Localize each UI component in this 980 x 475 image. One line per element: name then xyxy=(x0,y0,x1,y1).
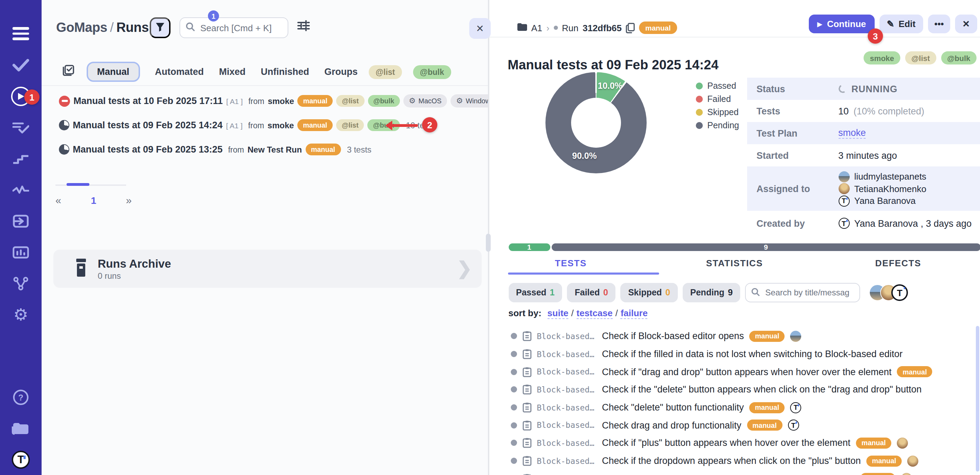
detail-row-assigned: Assigned to liudmylastepanets TetianaKho… xyxy=(747,166,980,211)
assignee[interactable]: liudmylastepanets xyxy=(838,171,926,183)
legend-dot xyxy=(695,108,702,115)
test-row[interactable]: Block-based… Check if the "delete" butto… xyxy=(489,381,977,398)
run-detail-tabs: TESTS STATISTICS DEFECTS xyxy=(489,258,980,268)
assignee-avatar-stack[interactable]: T xyxy=(869,284,908,301)
close-run-button[interactable]: ✕ xyxy=(955,14,977,33)
vertical-scrollbar[interactable] xyxy=(975,326,979,472)
clipboard-icon xyxy=(522,438,531,448)
panel-resize-handle[interactable] xyxy=(486,234,491,252)
filter-pending-button[interactable]: Pending9 xyxy=(682,283,741,302)
sort-by-testcase[interactable]: testcase xyxy=(577,308,612,319)
legend-dot xyxy=(695,96,702,102)
filter-passed-button[interactable]: Passed1 xyxy=(508,283,562,302)
bulk-badge: @bulk xyxy=(368,95,400,107)
annotation-badge-3: 3 xyxy=(868,29,883,44)
tab-tests[interactable]: TESTS xyxy=(489,258,652,268)
tab-mixed[interactable]: Mixed xyxy=(219,67,246,77)
legend-skipped[interactable]: Skipped xyxy=(695,105,739,119)
manual-badge: manual xyxy=(298,95,333,107)
gear-icon: ⚙ xyxy=(409,96,416,105)
sidebar-item-traceability[interactable] xyxy=(0,268,41,299)
test-row[interactable]: Block-based… Check if the filled in data… xyxy=(489,345,977,363)
run-title: Manual tests at 09 Feb 2025 14:24 xyxy=(73,120,223,131)
run-detail-panel: A1 › Run 312dfb65 manual ▶Continue ✎Edit… xyxy=(489,0,980,475)
runs-header: GoMaps/Runs 1 xyxy=(41,0,488,56)
runs-archive-card[interactable]: Runs Archive 0 runs ❯ xyxy=(53,250,482,288)
assignee[interactable]: TYana Baranova xyxy=(838,195,926,207)
env-chip-windows: ⚙Windows xyxy=(450,94,488,107)
hamburger-menu-icon[interactable] xyxy=(13,18,29,49)
run-actions: ▶Continue ✎Edit ••• ✕ xyxy=(809,14,977,33)
legend-failed[interactable]: Failed xyxy=(695,92,739,105)
avatar xyxy=(791,331,802,342)
runs-search[interactable] xyxy=(180,18,288,38)
continue-button[interactable]: ▶Continue xyxy=(809,14,875,33)
test-row[interactable]: Block-based… Check "delete" button funct… xyxy=(489,399,977,416)
test-row[interactable]: Block-based… Check drag and drop functio… xyxy=(489,416,977,434)
copy-icon[interactable] xyxy=(626,22,635,33)
filter-button[interactable] xyxy=(150,18,170,38)
test-row[interactable]: Block-based… Check if "drag and drop" bu… xyxy=(489,363,977,381)
page-number[interactable]: 1 xyxy=(91,194,96,206)
test-row[interactable]: Block-based… Check if "plus" button appe… xyxy=(489,434,977,452)
run-breadcrumb: A1 › Run 312dfb65 manual xyxy=(517,21,677,34)
sort-by-failure[interactable]: failure xyxy=(620,308,648,319)
test-row[interactable]: Block-based… Check if the dropdown appea… xyxy=(489,470,977,475)
legend-pending[interactable]: Pending xyxy=(695,119,739,132)
assignee[interactable]: TetianaKhomenko xyxy=(838,183,926,195)
user-avatar[interactable]: T xyxy=(0,444,41,475)
tag-bulk[interactable]: @bulk xyxy=(941,51,977,64)
tab-defects[interactable]: DEFECTS xyxy=(816,258,980,268)
tag-chip-bulk[interactable]: @bulk xyxy=(413,65,451,79)
manual-badge: manual xyxy=(305,143,340,155)
project-name[interactable]: GoMaps xyxy=(56,20,107,35)
tab-automated[interactable]: Automated xyxy=(155,67,204,77)
tab-statistics[interactable]: STATISTICS xyxy=(652,258,816,268)
collapse-panel-button[interactable]: ✕ xyxy=(469,18,491,39)
tab-groups[interactable]: Groups xyxy=(325,67,358,77)
sidebar-item-settings[interactable]: ⚙ xyxy=(0,299,41,330)
pending-dot-icon xyxy=(511,440,517,446)
tag-list[interactable]: @list xyxy=(905,51,936,64)
tab-manual[interactable]: Manual xyxy=(87,62,140,82)
tag-smoke[interactable]: smoke xyxy=(864,51,900,64)
tests-search[interactable] xyxy=(745,283,860,302)
archive-title: Runs Archive xyxy=(98,257,171,270)
sidebar-item-activity[interactable] xyxy=(0,174,41,205)
tag-chip-list[interactable]: @list xyxy=(369,65,402,79)
next-page-button[interactable]: » xyxy=(126,194,132,206)
clipboard-icon xyxy=(522,456,531,466)
detail-row-status: Status RUNNING xyxy=(747,78,980,100)
sidebar-item-reports[interactable] xyxy=(0,236,41,268)
bulk-select-icon[interactable] xyxy=(62,64,74,79)
sidebar-item-help[interactable]: ? xyxy=(0,381,41,413)
run-from-label: from xyxy=(248,97,264,105)
test-row[interactable]: Block-based… Check if Block-based editor… xyxy=(489,327,977,345)
sidebar-item-projects[interactable] xyxy=(0,413,41,444)
sidebar-item-requirements[interactable] xyxy=(0,205,41,236)
prev-page-button[interactable]: « xyxy=(56,194,61,206)
breadcrumb-suite[interactable]: A1 xyxy=(531,22,542,33)
filter-skipped-button[interactable]: Skipped0 xyxy=(620,283,678,302)
search-input[interactable] xyxy=(199,22,275,33)
sidebar-item-test-plans[interactable] xyxy=(0,112,41,143)
run-from-label: from xyxy=(248,121,264,129)
tests-search-input[interactable] xyxy=(764,287,850,298)
pending-dot-icon xyxy=(511,422,517,429)
sidebar-item-milestones[interactable] xyxy=(0,143,41,174)
more-button[interactable]: ••• xyxy=(928,14,950,33)
manual-badge: manual xyxy=(866,455,902,466)
test-row[interactable]: Block-based… Check if the dropdown appea… xyxy=(489,452,977,470)
sidebar-item-testcases[interactable] xyxy=(0,49,41,80)
run-row-1[interactable]: Manual tests at 10 Feb 2025 17:11 [ A1 ]… xyxy=(41,89,488,113)
legend-passed[interactable]: Passed xyxy=(695,79,739,92)
tab-unfinished[interactable]: Unfinished xyxy=(261,67,309,77)
run-row-2[interactable]: Manual tests at 09 Feb 2025 14:24 [ A1 ]… xyxy=(41,113,488,137)
sort-by-suite[interactable]: suite xyxy=(547,308,569,319)
run-row-3[interactable]: Manual tests at 09 Feb 2025 13:25 from N… xyxy=(41,137,488,162)
manual-badge: manual xyxy=(856,438,891,449)
edit-button[interactable]: ✎Edit xyxy=(879,14,923,33)
adjustments-icon[interactable] xyxy=(298,20,310,34)
test-plan-link[interactable]: smoke xyxy=(838,128,866,139)
filter-failed-button[interactable]: Failed0 xyxy=(567,283,616,302)
